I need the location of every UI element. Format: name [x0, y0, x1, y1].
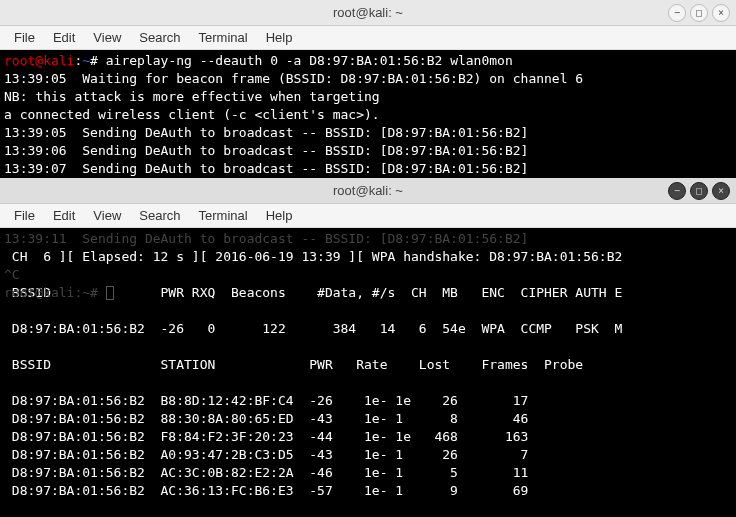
menu-terminal[interactable]: Terminal	[191, 28, 256, 47]
prompt-path: ~	[82, 53, 90, 68]
titlebar-1: root@kali: ~ − □ ×	[0, 0, 736, 26]
output-line: NB: this attack is more effective when t…	[4, 89, 380, 104]
output-line: 13:39:05 Waiting for beacon frame (BSSID…	[4, 71, 583, 86]
output-line: 13:39:05 Sending DeAuth to broadcast -- …	[4, 125, 528, 140]
airodump-status-line: CH 6 ][ Elapsed: 12 s ][ 2016-06-19 13:3…	[4, 248, 732, 266]
close-button[interactable]: ×	[712, 182, 730, 200]
titlebar-2: root@kali: ~ − □ ×	[0, 178, 736, 204]
menu-search[interactable]: Search	[131, 206, 188, 225]
output-line: a connected wireless client (-c <client'…	[4, 107, 380, 122]
menubar-2: File Edit View Search Terminal Help	[0, 204, 736, 228]
minimize-button[interactable]: −	[668, 182, 686, 200]
menu-file[interactable]: File	[6, 28, 43, 47]
cursor-block-icon	[106, 286, 114, 300]
menu-search[interactable]: Search	[131, 28, 188, 47]
window-controls-2: − □ ×	[668, 182, 730, 200]
table-row: D8:97:BA:01:56:B2 F8:84:F2:3F:20:23 -44 …	[4, 428, 528, 446]
prompt-user: root@kali	[4, 53, 74, 68]
output-line: 13:39:06 Sending DeAuth to broadcast -- …	[4, 143, 528, 158]
menu-view[interactable]: View	[85, 206, 129, 225]
window-title-1: root@kali: ~	[333, 5, 403, 20]
maximize-button[interactable]: □	[690, 182, 708, 200]
table-row: D8:97:BA:01:56:B2 A0:93:47:2B:C3:D5 -43 …	[4, 446, 528, 464]
maximize-button[interactable]: □	[690, 4, 708, 22]
output-line: 13:39:07 Sending DeAuth to broadcast -- …	[4, 161, 528, 176]
menu-edit[interactable]: Edit	[45, 28, 83, 47]
terminal-window-1: root@kali: ~ − □ × File Edit View Search…	[0, 0, 736, 178]
ghost-output-line: 13:39:11 Sending DeAuth to broadcast -- …	[4, 230, 528, 248]
command-text: aireplay-ng --deauth 0 -a D8:97:BA:01:56…	[106, 53, 513, 68]
table-row: D8:97:BA:01:56:B2 AC:3C:0B:82:E2:2A -46 …	[4, 464, 528, 482]
menu-help[interactable]: Help	[258, 28, 301, 47]
terminal-content-2[interactable]: 13:39:11 Sending DeAuth to broadcast -- …	[0, 228, 736, 517]
ghost-ctrlc: ^C	[4, 266, 20, 284]
table-row: D8:97:BA:01:56:B2 AC:36:13:FC:B6:E3 -57 …	[4, 482, 528, 500]
menu-view[interactable]: View	[85, 28, 129, 47]
table-row: D8:97:BA:01:56:B2 -26 0 122 384 14 6 54e…	[4, 320, 736, 338]
table-header-ap: BSSID PWR RXQ Beacons #Data, #/s CH MB E…	[4, 284, 736, 302]
terminal-content-1[interactable]: root@kali:~# aireplay-ng --deauth 0 -a D…	[0, 50, 736, 178]
menu-edit[interactable]: Edit	[45, 206, 83, 225]
menu-help[interactable]: Help	[258, 206, 301, 225]
menu-file[interactable]: File	[6, 206, 43, 225]
table-row: D8:97:BA:01:56:B2 88:30:8A:80:65:ED -43 …	[4, 410, 528, 428]
window-title-2: root@kali: ~	[333, 183, 403, 198]
ghost-prompt: root@kali:~#	[4, 284, 114, 302]
window-controls-1: − □ ×	[668, 4, 730, 22]
table-row: D8:97:BA:01:56:B2 B8:8D:12:42:BF:C4 -26 …	[4, 392, 528, 410]
close-button[interactable]: ×	[712, 4, 730, 22]
minimize-button[interactable]: −	[668, 4, 686, 22]
table-header-stations: BSSID STATION PWR Rate Lost Frames Probe	[4, 356, 583, 374]
terminal-window-2: root@kali: ~ − □ × File Edit View Search…	[0, 178, 736, 517]
menubar-1: File Edit View Search Terminal Help	[0, 26, 736, 50]
menu-terminal[interactable]: Terminal	[191, 206, 256, 225]
